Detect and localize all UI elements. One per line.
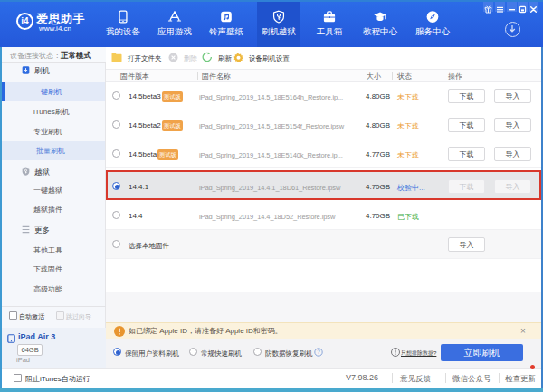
svg-text:?: ? bbox=[317, 349, 320, 355]
svg-text:i4: i4 bbox=[21, 16, 29, 26]
